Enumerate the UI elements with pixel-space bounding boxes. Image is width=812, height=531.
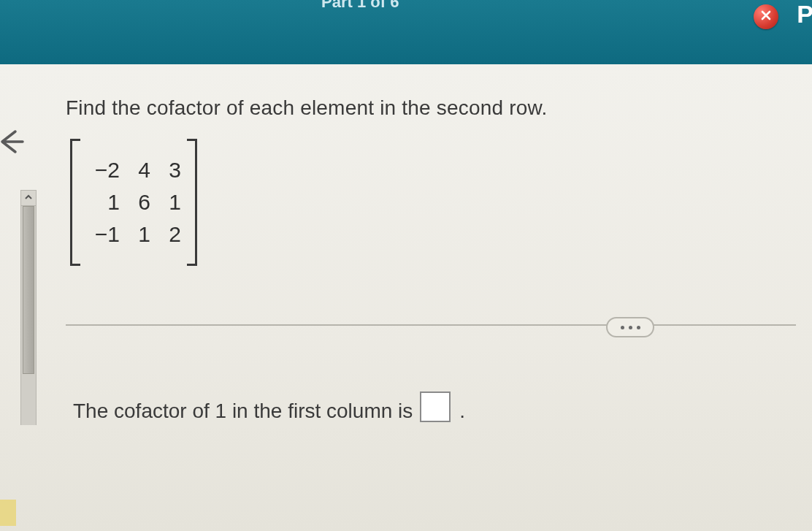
- scroll-up-button[interactable]: [20, 190, 37, 206]
- matrix-row-3: −1 1 2: [86, 224, 181, 245]
- matrix-cell: 2: [161, 224, 181, 245]
- top-bar: Part 1 of 6 P: [0, 0, 812, 64]
- matrix-cell: 1: [130, 224, 150, 245]
- matrix-cell: 1: [86, 191, 120, 213]
- matrix-row-1: −2 4 3: [86, 159, 181, 181]
- matrix-cell: 4: [130, 159, 150, 181]
- matrix-cell: −1: [86, 224, 120, 245]
- scroll-thumb[interactable]: [23, 206, 34, 374]
- matrix-cell: 6: [130, 191, 150, 213]
- answer-line: The cofactor of 1 in the first column is…: [73, 387, 465, 423]
- arrow-left-icon: [0, 127, 24, 159]
- chevron-up-icon: [24, 191, 33, 205]
- yellow-marker: [0, 500, 16, 526]
- scroll-track[interactable]: [20, 206, 37, 425]
- matrix-cell: −2: [86, 159, 120, 181]
- dots-icon: [637, 326, 640, 329]
- answer-prefix: The cofactor of 1 in the first column is: [73, 400, 413, 423]
- scrollbar[interactable]: [20, 190, 37, 511]
- dots-icon: [621, 326, 624, 329]
- content-area: Find the cofactor of each element in the…: [0, 64, 812, 531]
- part-label: Part 1 of 6: [321, 0, 399, 12]
- bracket-left-icon: [70, 139, 80, 266]
- matrix-cell: 3: [161, 159, 181, 181]
- question-area: Find the cofactor of each element in the…: [66, 96, 796, 266]
- back-button[interactable]: [0, 121, 26, 165]
- question-prompt: Find the cofactor of each element in the…: [66, 96, 796, 120]
- close-button[interactable]: [754, 4, 778, 29]
- dots-icon: [629, 326, 632, 329]
- matrix-cell: 1: [161, 191, 181, 213]
- answer-input[interactable]: [420, 391, 451, 422]
- close-icon: [760, 9, 772, 24]
- divider: [66, 324, 796, 326]
- more-options-button[interactable]: [606, 317, 654, 337]
- bracket-right-icon: [187, 139, 197, 266]
- top-right-letter: P: [797, 0, 812, 28]
- matrix-row-2: 1 6 1: [86, 191, 181, 213]
- matrix: −2 4 3 1 6 1 −1 1 2: [70, 139, 197, 266]
- answer-suffix: .: [459, 400, 465, 423]
